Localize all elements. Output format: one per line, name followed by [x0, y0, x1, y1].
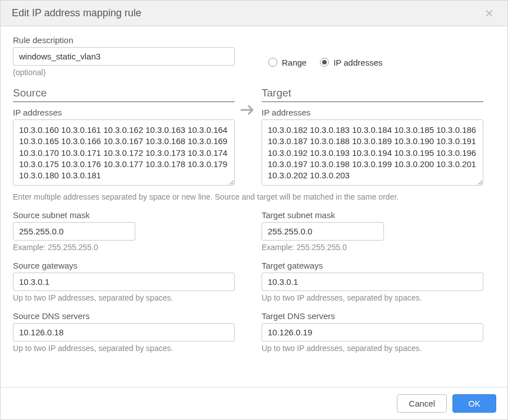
target-dns-hint: Up to two IP addresses, separated by spa… [262, 344, 483, 353]
radio-ip-label: IP addresses [333, 58, 382, 67]
target-subnet-hint: Example: 255.255.255.0 [262, 243, 483, 252]
arrow-right-icon [240, 104, 256, 116]
rule-description-label: Rule description [13, 35, 235, 45]
source-heading: Source [13, 87, 235, 102]
source-gateway-hint: Up to two IP addresses, separated by spa… [13, 293, 235, 302]
target-gateway-label: Target gateways [262, 261, 483, 270]
source-dns-label: Source DNS servers [13, 311, 235, 321]
dialog-footer: Cancel OK [1, 387, 507, 419]
source-dns-hint: Up to two IP addresses, separated by spa… [13, 344, 235, 353]
target-subnet-input[interactable] [262, 222, 384, 241]
radio-range[interactable]: Range [268, 58, 306, 67]
source-gateway-input[interactable] [13, 273, 235, 291]
source-dns-input[interactable] [13, 323, 235, 341]
target-ips-textarea[interactable] [262, 119, 483, 186]
cancel-button[interactable]: Cancel [397, 394, 447, 413]
close-icon[interactable]: ✕ [482, 8, 496, 19]
source-subnet-input[interactable] [13, 222, 135, 241]
rule-description-input[interactable] [13, 47, 235, 66]
dialog-title: Edit IP address mapping rule [12, 7, 141, 19]
source-gateway-label: Source gateways [13, 261, 235, 270]
radio-range-circle-icon [268, 58, 277, 67]
source-subnet-label: Source subnet mask [13, 210, 235, 220]
dialog-body: Rule description (optional) Range IP add… [1, 26, 507, 387]
target-ips-label: IP addresses [262, 108, 483, 117]
radio-range-label: Range [282, 58, 306, 67]
source-ips-textarea[interactable] [13, 119, 235, 186]
ok-button[interactable]: OK [452, 394, 496, 413]
target-subnet-label: Target subnet mask [262, 210, 483, 220]
target-gateway-input[interactable] [262, 273, 483, 291]
target-dns-input[interactable] [262, 323, 483, 341]
rule-description-hint: (optional) [13, 68, 235, 77]
dialog-titlebar: Edit IP address mapping rule ✕ [1, 1, 507, 26]
radio-ip-circle-icon [320, 58, 329, 67]
target-heading: Target [262, 87, 483, 102]
source-subnet-hint: Example: 255.255.255.0 [13, 243, 235, 252]
ip-match-hint: Enter multiple addresses separated by sp… [13, 192, 495, 201]
radio-ip-addresses[interactable]: IP addresses [320, 58, 382, 67]
edit-ip-mapping-dialog: Edit IP address mapping rule ✕ Rule desc… [0, 0, 508, 420]
source-ips-label: IP addresses [13, 108, 235, 117]
target-dns-label: Target DNS servers [262, 311, 483, 321]
target-gateway-hint: Up to two IP addresses, separated by spa… [262, 293, 483, 302]
